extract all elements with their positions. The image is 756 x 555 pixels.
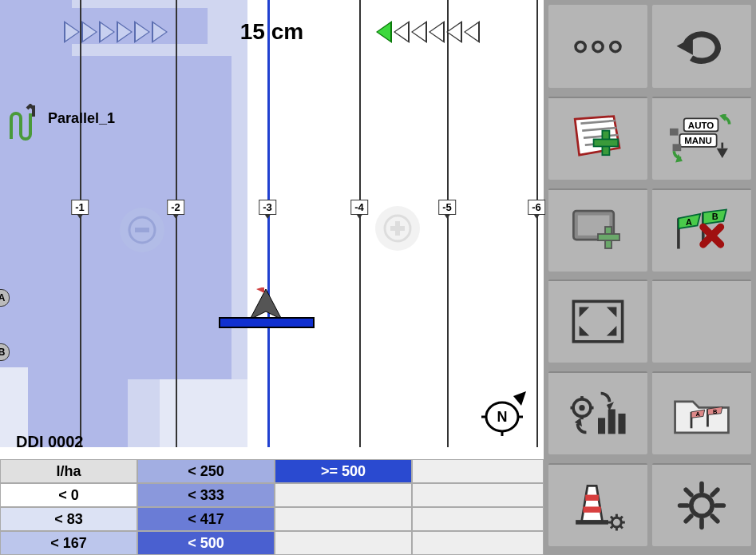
legend-cell: [412, 531, 544, 555]
svg-marker-9: [513, 391, 526, 406]
legend-cell: [275, 483, 412, 507]
legend-cell: [412, 483, 544, 507]
zoom-out-button[interactable]: [120, 208, 164, 252]
zoom-in-button[interactable]: [375, 206, 420, 251]
svg-marker-50: [607, 326, 617, 336]
guideline: [176, 0, 177, 447]
svg-marker-49: [580, 326, 590, 336]
svg-marker-47: [580, 307, 590, 318]
svg-line-89: [712, 490, 718, 495]
map-view[interactable]: -1-2-3-4-5-6 15 cm Parallel_1: [0, 0, 544, 555]
guideline-label: -3: [259, 200, 276, 215]
svg-line-88: [686, 516, 691, 521]
guideline-label: -1: [71, 200, 89, 215]
svg-marker-5: [250, 289, 282, 319]
guideline-label: -5: [438, 200, 456, 215]
fullscreen-button[interactable]: [548, 279, 647, 363]
svg-point-14: [593, 42, 603, 51]
settings-button[interactable]: [652, 463, 751, 546]
rate-legend: l/ha< 250>= 500< 0< 333< 83< 417< 167< 5…: [0, 459, 544, 555]
svg-point-52: [579, 404, 584, 410]
add-display-button[interactable]: [548, 188, 647, 272]
svg-line-87: [712, 516, 718, 521]
svg-text:A: A: [686, 216, 692, 226]
svg-point-15: [611, 42, 620, 51]
legend-cell: [412, 459, 544, 483]
legend-cell: [275, 531, 412, 555]
legend-cell: < 83: [0, 507, 137, 531]
implement-boom: [219, 317, 315, 328]
legend-cell: [275, 507, 412, 531]
track-name: Parallel_1: [48, 110, 115, 127]
legend-cell: < 333: [137, 483, 275, 507]
svg-rect-37: [598, 234, 619, 240]
legend-cell: < 250: [137, 459, 275, 483]
toolbar: AUTOMANU AB AB: [544, 0, 756, 555]
svg-rect-59: [618, 413, 625, 433]
legend-cell: [412, 507, 544, 531]
svg-rect-70: [583, 506, 600, 512]
auto-manu-button[interactable]: AUTOMANU: [652, 97, 751, 180]
compass-icon: N: [481, 391, 529, 439]
offset-value: 15 cm: [240, 19, 303, 45]
coverage-zone: [128, 379, 160, 447]
svg-rect-4: [395, 221, 400, 236]
svg-text:A: A: [696, 410, 701, 418]
svg-marker-30: [719, 114, 726, 121]
menu-button[interactable]: [548, 5, 647, 88]
guideline: [359, 0, 361, 447]
svg-rect-1: [135, 228, 149, 232]
svg-point-13: [576, 42, 585, 51]
guideline: [267, 0, 270, 447]
svg-rect-69: [585, 494, 599, 500]
svg-rect-29: [673, 144, 682, 151]
svg-text:AUTO: AUTO: [688, 120, 714, 129]
guideline-label: -6: [528, 200, 545, 215]
svg-marker-6: [256, 287, 264, 293]
svg-line-80: [620, 516, 623, 518]
svg-text:N: N: [497, 409, 508, 425]
guideline-label: -4: [350, 200, 368, 215]
svg-rect-58: [608, 409, 615, 434]
obstacle-settings-button[interactable]: [548, 463, 647, 546]
ddi-label: DDI 0002: [16, 433, 84, 451]
svg-text:MANU: MANU: [684, 136, 712, 145]
svg-text:B: B: [712, 212, 718, 221]
legend-cell: < 500: [137, 531, 275, 555]
svg-text:B: B: [713, 407, 718, 414]
lightbar-left-arrows: [64, 21, 169, 43]
delete-ab-button[interactable]: AB: [652, 188, 751, 272]
add-field-button[interactable]: [548, 97, 647, 180]
svg-rect-57: [598, 418, 605, 434]
svg-marker-48: [607, 307, 617, 318]
svg-point-81: [691, 495, 712, 516]
parallel-track-icon: [5, 104, 43, 145]
back-button[interactable]: [652, 5, 751, 88]
svg-rect-71: [576, 520, 608, 525]
guideline: [80, 0, 81, 447]
svg-marker-32: [717, 148, 728, 157]
svg-rect-23: [594, 140, 619, 147]
stats-button[interactable]: [548, 371, 647, 454]
lightbar-right-arrows: [374, 21, 480, 43]
guideline: [536, 0, 538, 447]
svg-rect-28: [670, 128, 679, 135]
legend-cell: < 417: [137, 507, 275, 531]
svg-point-72: [612, 517, 621, 527]
svg-line-79: [611, 525, 613, 528]
legend-cell: < 0: [0, 483, 137, 507]
guideline: [447, 0, 449, 447]
svg-line-78: [620, 525, 623, 528]
legend-cell: l/ha: [0, 459, 137, 483]
svg-line-86: [686, 490, 691, 495]
svg-line-77: [611, 516, 613, 518]
ab-folder-button[interactable]: AB: [652, 371, 751, 454]
legend-cell: < 167: [0, 531, 137, 555]
svg-marker-68: [582, 486, 603, 521]
lightbar: 15 cm: [0, 16, 544, 48]
blank-button: [652, 279, 751, 363]
guideline-label: -2: [167, 200, 184, 215]
legend-cell: >= 500: [275, 459, 412, 483]
